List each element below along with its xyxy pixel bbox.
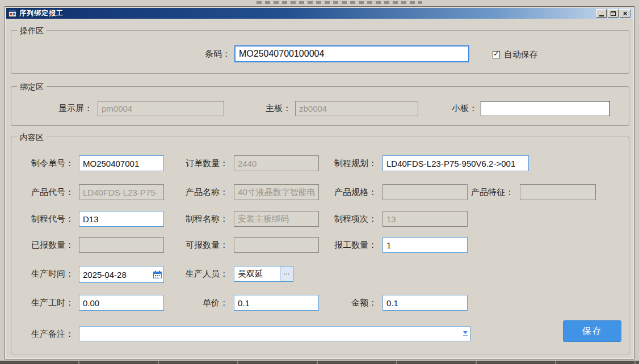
reported-qty-input[interactable] [79,237,164,253]
background-window-bottom [0,361,639,364]
product-feature-label: 产品特征： [457,187,514,198]
background-grid-ticks [0,361,639,364]
maximize-button[interactable] [608,9,619,18]
process-plan-label: 制程规划： [320,158,377,169]
mo-number-label: 制令单号： [17,158,74,169]
process-code-label: 制程代号： [17,213,74,225]
remark-combobox[interactable] [79,326,470,341]
barcode-label: 条码： [165,48,230,60]
content-group: 内容区 制令单号： 订单数量： 制程规划： 产品代号： 产品名称： 产品规格： … [11,137,629,354]
display-screen-label: 显示屏： [36,103,93,114]
production-person-label: 生产人员： [171,268,228,280]
mo-number-input[interactable] [79,155,164,171]
content-group-title: 内容区 [17,132,47,143]
amount-label: 金额： [320,297,377,308]
save-button[interactable]: 保存 [563,320,621,342]
calendar-icon[interactable] [151,266,163,282]
product-name-input[interactable] [234,184,319,200]
background-window-title-fragment [257,1,422,4]
mainboard-label: 主板： [234,103,291,114]
checkmark-icon: ✓ [493,49,499,58]
unit-price-input[interactable] [234,295,319,311]
binding-group: 绑定区 显示屏： 主板： 小板： [11,86,629,126]
minimize-icon [599,15,604,16]
reportable-qty-label: 可报数量： [171,239,228,251]
process-plan-input[interactable] [382,155,529,171]
amount-input[interactable] [382,295,468,311]
remark-input[interactable] [79,327,460,341]
autosave-checkbox[interactable]: ✓ 自动保存 [493,49,538,60]
operation-group-title: 操作区 [17,25,47,36]
close-icon: × [623,10,628,17]
mainboard-input[interactable] [295,101,418,116]
barcode-input[interactable] [234,45,469,62]
ellipsis-icon: ... [284,268,290,276]
product-spec-input[interactable] [382,184,468,200]
production-person-input[interactable] [234,266,280,282]
product-spec-label: 产品规格： [320,187,377,198]
close-button[interactable]: × [620,9,630,18]
chevron-down-icon[interactable] [460,327,470,341]
checkbox-icon: ✓ [493,51,500,58]
production-date-picker[interactable] [79,266,164,283]
small-board-input[interactable] [481,101,610,116]
desktop-background: 序列绑定报工 × 操作区 条码： ✓ 自动保存 绑定区 显示屏： 主板： 小板： [0,0,639,364]
process-seq-label: 制程项次： [320,213,377,225]
work-hours-label: 生产工时： [17,297,74,308]
small-board-label: 小板： [421,103,477,114]
reportable-qty-input[interactable] [234,237,319,253]
window-title: 序列绑定报工 [19,9,64,18]
product-feature-input[interactable] [520,184,596,200]
product-name-label: 产品名称： [171,187,228,198]
order-qty-label: 订单数量： [171,158,228,169]
production-date-input[interactable] [79,270,151,280]
product-code-label: 产品代号： [17,187,74,198]
maximize-icon [611,11,616,16]
work-hours-input[interactable] [79,295,164,311]
report-qty-input[interactable] [382,237,468,253]
process-seq-input[interactable] [382,211,468,227]
display-screen-input[interactable] [98,101,224,116]
operation-group: 操作区 条码： ✓ 自动保存 [11,30,629,74]
production-date-label: 生产时间： [17,268,74,280]
remark-label: 生产备注： [17,328,74,340]
product-code-input[interactable] [79,184,164,200]
order-qty-input[interactable] [234,155,319,171]
app-window: 序列绑定报工 × 操作区 条码： ✓ 自动保存 绑定区 显示屏： 主板： 小板： [5,6,634,359]
minimize-button[interactable] [596,9,607,18]
unit-price-label: 单价： [171,297,228,308]
autosave-label: 自动保存 [504,49,538,60]
background-window-edge [0,0,639,6]
report-qty-label: 报工数量： [320,239,377,251]
window-titlebar[interactable]: 序列绑定报工 × [6,8,633,19]
app-icon [9,10,16,17]
process-code-input[interactable] [79,211,164,227]
reported-qty-label: 已报数量： [17,239,74,251]
binding-group-title: 绑定区 [17,81,47,92]
process-name-input[interactable] [234,211,319,227]
process-name-label: 制程名称： [171,213,228,225]
person-browse-button[interactable]: ... [280,266,293,282]
